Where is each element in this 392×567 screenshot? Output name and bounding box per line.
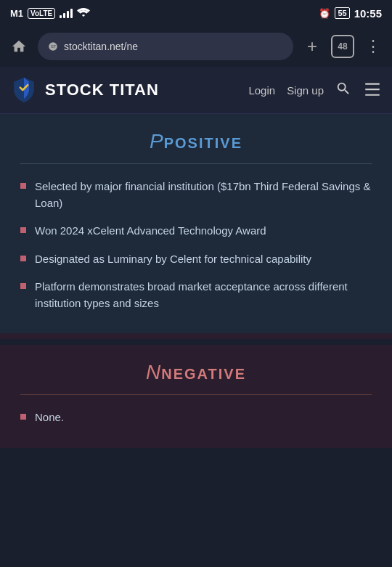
positive-divider xyxy=(20,163,372,164)
tabs-count: 48 xyxy=(338,41,347,52)
browser-chrome: ST stocktitan.net/ne + 48 ⋮ xyxy=(0,26,392,67)
signal-icon xyxy=(60,8,73,18)
section-gap xyxy=(0,333,392,339)
bullet-icon xyxy=(20,414,26,420)
battery-icon: 55 xyxy=(335,7,349,19)
negative-section-title: NNegative xyxy=(20,361,372,384)
login-link[interactable]: Login xyxy=(248,84,275,97)
hamburger-menu-button[interactable] xyxy=(363,80,382,100)
menu-icon: ⋮ xyxy=(365,37,381,56)
time-display: 10:55 xyxy=(354,7,382,20)
lock-icon: ST xyxy=(48,41,58,52)
add-tab-button[interactable]: + xyxy=(301,35,324,58)
status-bar: M1 VoLTE ⏰ 55 10:55 xyxy=(0,0,392,26)
site-header: STOCK TITAN Login Sign up xyxy=(0,67,392,114)
wifi-icon xyxy=(77,7,90,20)
negative-section: NNegative None. xyxy=(0,345,392,448)
signup-link[interactable]: Sign up xyxy=(287,84,324,97)
bullet-icon xyxy=(20,256,26,261)
negative-divider xyxy=(20,394,372,395)
logo-area: STOCK TITAN xyxy=(10,76,248,104)
address-text: stocktitan.net/ne xyxy=(64,41,138,52)
menu-button[interactable]: ⋮ xyxy=(362,35,385,58)
alarm-icon: ⏰ xyxy=(319,8,330,19)
bullet-icon xyxy=(20,227,26,233)
address-bar[interactable]: ST stocktitan.net/ne xyxy=(38,33,293,60)
site-title: STOCK TITAN xyxy=(45,81,159,99)
status-right: ⏰ 55 10:55 xyxy=(319,7,382,20)
site-nav: Login Sign up xyxy=(248,80,382,100)
logo-shield-icon xyxy=(10,76,38,104)
svg-text:ST: ST xyxy=(51,44,57,49)
volte-badge: VoLTE xyxy=(28,8,55,19)
search-icon xyxy=(335,81,351,97)
add-tab-icon: + xyxy=(307,36,317,57)
list-item: Selected by major financial institution … xyxy=(20,179,372,211)
main-content: PPositive Selected by major financial in… xyxy=(0,114,392,448)
list-item: Designated as Luminary by Celent for tec… xyxy=(20,251,372,268)
bullet-icon xyxy=(20,183,26,189)
bullet-icon xyxy=(20,283,26,289)
carrier-label: M1 xyxy=(10,8,23,19)
home-icon xyxy=(11,38,27,54)
search-button[interactable] xyxy=(335,81,351,100)
home-button[interactable] xyxy=(7,35,30,58)
tabs-button[interactable]: 48 xyxy=(331,35,354,58)
positive-list: Selected by major financial institution … xyxy=(20,179,372,311)
list-item: Platform demonstrates broad market accep… xyxy=(20,279,372,311)
hamburger-icon xyxy=(363,80,382,96)
security-indicator: ST xyxy=(48,41,58,52)
positive-section-title: PPositive xyxy=(20,130,372,153)
negative-list: None. xyxy=(20,409,372,426)
list-item: Won 2024 xCelent Advanced Technology Awa… xyxy=(20,223,372,240)
status-left: M1 VoLTE xyxy=(10,7,90,20)
list-item: None. xyxy=(20,409,372,426)
positive-section: PPositive Selected by major financial in… xyxy=(0,114,392,333)
